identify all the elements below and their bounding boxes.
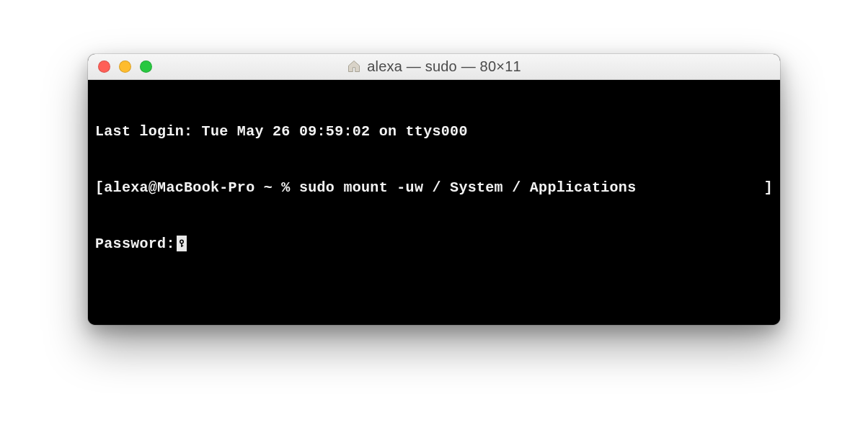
terminal-body[interactable]: Last login: Tue May 26 09:59:02 on ttys0… <box>88 80 780 325</box>
prompt-line: [alexa@MacBook-Pro ~ % sudo mount -uw / … <box>95 179 773 197</box>
minimize-button[interactable] <box>119 61 131 73</box>
terminal-window: alexa — sudo — 80×11 Last login: Tue May… <box>88 54 780 325</box>
traffic-lights <box>88 61 152 73</box>
prompt-close-bracket: ] <box>764 179 773 197</box>
svg-point-0 <box>180 240 183 243</box>
window-title: alexa — sudo — 80×11 <box>367 58 521 75</box>
zoom-button[interactable] <box>140 61 152 73</box>
password-line: Password: <box>95 235 773 254</box>
password-label: Password: <box>95 236 175 252</box>
prompt-open-bracket: [ <box>95 179 104 196</box>
window-titlebar: alexa — sudo — 80×11 <box>88 54 780 80</box>
home-icon <box>347 59 361 73</box>
last-login-line: Last login: Tue May 26 09:59:02 on ttys0… <box>95 122 773 141</box>
close-button[interactable] <box>98 61 110 73</box>
key-icon <box>177 236 187 251</box>
prompt-command: alexa@MacBook-Pro ~ % sudo mount -uw / S… <box>104 179 636 196</box>
svg-rect-2 <box>181 246 183 246</box>
svg-rect-1 <box>181 243 182 248</box>
title-wrap: alexa — sudo — 80×11 <box>88 58 780 75</box>
